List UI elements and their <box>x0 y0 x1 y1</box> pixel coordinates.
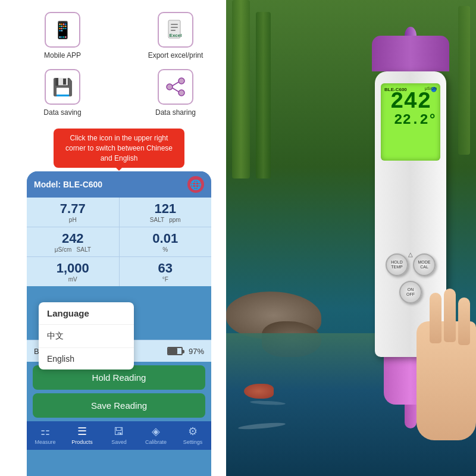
hand-area <box>381 286 476 440</box>
meter-main-value: 242 <box>384 90 437 113</box>
battery-fill <box>168 348 177 354</box>
data-sharing-label: Data sharing <box>155 108 196 117</box>
conductivity-cell: 242 μS/cm SALT <box>27 227 120 256</box>
battery-percent: 97% <box>189 347 204 356</box>
nav-measure[interactable]: ⚏ Measure <box>30 425 60 445</box>
lcd-screen: BLE-C600 🔵 μS/cm 242 22.2° <box>381 83 440 161</box>
bottom-nav: ⚏ Measure ☰ Products 🖫 Saved ◈ Calibrate… <box>27 421 211 450</box>
svg-point-7 <box>178 90 184 96</box>
salt-ppm-value: 121 <box>154 201 176 216</box>
ph-cell: 7.77 pH <box>27 198 120 227</box>
mv-unit: mV <box>33 276 113 283</box>
data-row-1: 7.77 pH 121 SALT ppm <box>27 198 211 227</box>
hold-temp-button[interactable]: HOLDTEMP <box>386 253 408 276</box>
salt-ppm-cell: 121 SALT ppm <box>120 198 212 227</box>
nav-saved[interactable]: 🖫 Saved <box>104 425 134 445</box>
finger-2 <box>444 289 456 342</box>
nav-calibrate-label: Calibrate <box>145 439 167 445</box>
bamboo-1 <box>232 0 250 178</box>
meter-cap <box>372 36 449 71</box>
meter-btn-row1: HOLDTEMP MODECAL <box>380 253 441 276</box>
svg-point-6 <box>167 84 173 90</box>
bamboo-2 <box>256 12 271 178</box>
svg-text:Excel: Excel <box>170 33 182 38</box>
export-excel-label: Export excel/print <box>148 51 203 60</box>
nav-saved-label: Saved <box>111 439 127 445</box>
percent-value: 0.01 <box>152 231 178 246</box>
data-row-2: 242 μS/cm SALT 0.01 % <box>27 227 211 257</box>
nav-measure-label: Measure <box>35 439 55 445</box>
settings-icon: ⚙ <box>188 425 198 438</box>
language-option-chinese[interactable]: 中文 <box>39 325 134 348</box>
svg-rect-2 <box>171 27 178 28</box>
language-dropdown-title: Language <box>39 302 134 325</box>
phone-model-title: Model: BLE-C600 <box>34 180 102 189</box>
photo-background: BLE-C600 🔵 μS/cm 242 22.2° △ HOLDTEMP MO… <box>226 0 476 476</box>
finger-3 <box>430 293 441 343</box>
data-saving-label: Data saving <box>43 108 81 117</box>
nav-calibrate[interactable]: ◈ Calibrate <box>141 425 171 445</box>
temp-unit: °F <box>126 276 206 283</box>
export-excel-icon: Excel <box>158 12 193 48</box>
temp-value: 63 <box>158 261 173 275</box>
mobile-app-label: Mobile APP <box>44 51 81 60</box>
calibrate-icon: ◈ <box>152 425 160 438</box>
products-icon: ☰ <box>77 425 87 438</box>
mv-value: 1,000 <box>57 261 89 275</box>
mode-cal-button[interactable]: MODECAL <box>413 253 436 276</box>
finger-1 <box>458 298 470 345</box>
mv-cell: 1,000 mV <box>27 257 120 286</box>
data-saving-icon: 💾 <box>45 69 80 105</box>
conductivity-value: 242 <box>62 231 84 246</box>
temp-cell: 63 °F <box>120 257 212 286</box>
svg-rect-3 <box>171 30 176 31</box>
data-sharing-icon <box>158 69 193 105</box>
data-saving-feature: 💾 Data saving <box>27 69 98 117</box>
salt-ppm-unit: SALT ppm <box>126 217 206 223</box>
ph-value: 7.77 <box>60 201 86 216</box>
nav-products[interactable]: ☰ Products <box>67 425 97 445</box>
language-callout: Click the icon in the upper right corner… <box>54 129 184 168</box>
percent-cell: 0.01 % <box>120 227 212 256</box>
export-excel-feature: Excel Export excel/print <box>140 12 211 60</box>
phone-mockup: Model: BLE-C600 🌐 7.77 pH 121 SALT ppm 2… <box>27 171 211 476</box>
globe-language-button[interactable]: 🌐 <box>187 176 204 193</box>
mobile-app-feature: 📱 Mobile APP <box>27 12 98 60</box>
left-panel: 📱 Mobile APP Excel Export excel/print 💾 … <box>0 0 238 476</box>
mobile-app-icon: 📱 <box>45 12 80 48</box>
nav-settings[interactable]: ⚙ Settings <box>178 425 208 445</box>
data-row-3: 1,000 mV 63 °F <box>27 257 211 286</box>
measure-icon: ⚏ <box>40 425 50 438</box>
koi-fish <box>244 384 274 399</box>
percent-unit: % <box>126 246 206 253</box>
ph-unit: pH <box>33 217 113 223</box>
language-dropdown[interactable]: Language 中文 English <box>39 302 134 369</box>
data-readings: 7.77 pH 121 SALT ppm 242 μS/cm SALT 0.01… <box>27 198 211 286</box>
conductivity-unit: μS/cm SALT <box>33 246 113 253</box>
language-option-english[interactable]: English <box>39 348 134 369</box>
svg-line-9 <box>173 88 178 92</box>
bamboo-3 <box>458 6 470 155</box>
svg-rect-1 <box>171 24 178 25</box>
svg-point-5 <box>178 78 184 84</box>
saved-icon: 🖫 <box>114 425 124 438</box>
nav-products-label: Products <box>71 439 93 445</box>
data-sharing-feature: Data sharing <box>140 69 211 117</box>
feature-icons-row2: 💾 Data saving Data sharing <box>6 69 232 117</box>
meter-second-value: 22.2° <box>384 113 437 127</box>
nav-settings-label: Settings <box>183 439 203 445</box>
feature-icons-row1: 📱 Mobile APP Excel Export excel/print <box>6 12 232 60</box>
right-panel: BLE-C600 🔵 μS/cm 242 22.2° △ HOLDTEMP MO… <box>226 0 476 476</box>
svg-line-8 <box>173 82 178 86</box>
phone-header: Model: BLE-C600 🌐 <box>27 171 211 198</box>
battery-icon <box>167 347 183 355</box>
save-reading-button[interactable]: Save Reading <box>33 393 205 418</box>
